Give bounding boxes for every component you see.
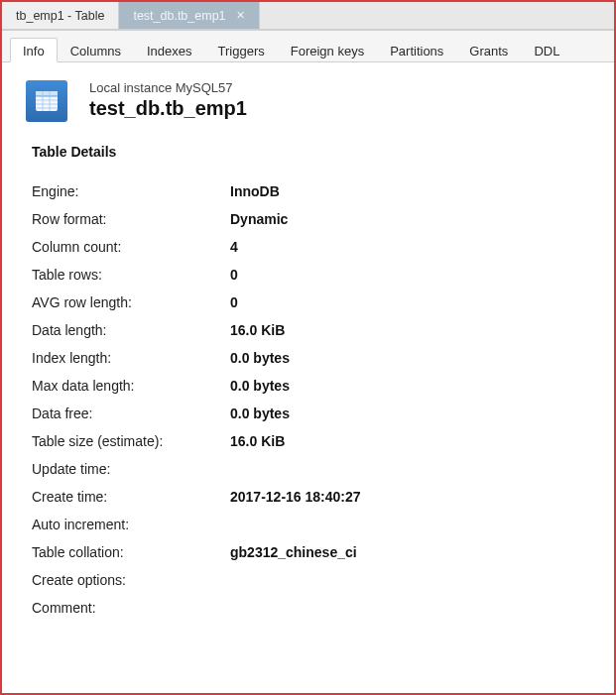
table-row: Engine:InnoDB [32,177,594,205]
tab-partitions[interactable]: Partitions [377,38,456,62]
detail-value: 16.0 KiB [230,433,285,449]
table-row: Table rows:0 [32,261,594,289]
detail-value: 0.0 bytes [230,378,290,394]
window-tab-secondary-label: test_db.tb_emp1 [133,9,225,23]
close-icon[interactable]: ✕ [236,9,245,22]
detail-label: Table rows: [32,267,230,283]
table-row: Data free:0.0 bytes [32,400,594,427]
table-row: Update time: [32,455,594,483]
tab-partitions-label: Partitions [390,44,443,58]
instance-name: Local instance MySQL57 [89,80,247,95]
detail-label: Create time: [32,489,230,505]
window-tab-primary[interactable]: tb_emp1 - Table [2,2,119,29]
detail-value: 16.0 KiB [230,322,285,338]
table-row: Auto increment: [32,511,594,538]
tab-info-label: Info [23,44,45,58]
table-row: Create options: [32,566,594,594]
table-row: Row format:Dynamic [32,205,594,233]
object-header: Local instance MySQL57 test_db.tb_emp1 [26,80,594,122]
detail-label: AVG row length: [32,294,230,310]
window-tab-primary-label: tb_emp1 - Table [16,9,104,23]
detail-label: Data length: [32,322,230,338]
table-row: AVG row length:0 [32,289,594,316]
detail-label: Table size (estimate): [32,433,230,449]
detail-label: Data free: [32,405,230,421]
detail-label: Update time: [32,461,230,477]
detail-label: Column count: [32,239,230,255]
detail-value: 2017-12-16 18:40:27 [230,489,361,505]
tab-ddl[interactable]: DDL [521,38,572,62]
table-row: Max data length:0.0 bytes [32,372,594,400]
detail-label: Comment: [32,600,230,616]
app-frame: tb_emp1 - Table test_db.tb_emp1 ✕ Info C… [0,0,616,695]
detail-value: 0.0 bytes [230,350,290,366]
svg-rect-1 [36,91,58,96]
detail-value: gb2312_chinese_ci [230,544,357,560]
tab-triggers-label: Triggers [218,44,265,58]
window-tab-strip: tb_emp1 - Table test_db.tb_emp1 ✕ [2,2,614,30]
tab-body: Local instance MySQL57 test_db.tb_emp1 T… [2,62,614,641]
detail-label: Row format: [32,211,230,227]
detail-label: Create options: [32,572,230,588]
tab-grants[interactable]: Grants [456,38,521,62]
tab-columns-label: Columns [70,44,121,58]
tab-columns[interactable]: Columns [58,38,134,62]
details-list: Engine:InnoDB Row format:Dynamic Column … [32,177,594,622]
window-tab-secondary[interactable]: test_db.tb_emp1 ✕ [119,2,259,29]
detail-value: Dynamic [230,211,288,227]
object-name: test_db.tb_emp1 [89,97,247,120]
tab-ddl-label: DDL [534,44,559,58]
tab-triggers[interactable]: Triggers [205,38,278,62]
table-row: Index length:0.0 bytes [32,344,594,372]
detail-value: InnoDB [230,183,280,199]
detail-label: Max data length: [32,378,230,394]
tab-indexes-label: Indexes [147,44,192,58]
table-row: Data length:16.0 KiB [32,316,594,344]
table-row: Create time:2017-12-16 18:40:27 [32,483,594,511]
inner-tab-strip: Info Columns Indexes Triggers Foreign ke… [2,31,614,62]
detail-value: 0 [230,294,238,310]
table-icon [26,80,67,122]
object-header-text: Local instance MySQL57 test_db.tb_emp1 [89,80,247,120]
tab-grants-label: Grants [469,44,508,58]
table-row: Column count:4 [32,233,594,261]
detail-label: Index length: [32,350,230,366]
tab-foreign-keys-label: Foreign keys [291,44,364,58]
detail-label: Auto increment: [32,517,230,532]
table-row: Table size (estimate):16.0 KiB [32,427,594,455]
section-title: Table Details [32,144,594,160]
tab-foreign-keys[interactable]: Foreign keys [278,38,377,62]
table-row: Comment: [32,594,594,622]
detail-value: 0 [230,267,238,283]
tab-info[interactable]: Info [10,38,58,62]
detail-value: 4 [230,239,238,255]
detail-label: Table collation: [32,544,230,560]
detail-value: 0.0 bytes [230,405,290,421]
tab-indexes[interactable]: Indexes [134,38,205,62]
content-panel: Info Columns Indexes Triggers Foreign ke… [2,30,614,693]
table-row: Table collation:gb2312_chinese_ci [32,538,594,566]
detail-label: Engine: [32,183,230,199]
